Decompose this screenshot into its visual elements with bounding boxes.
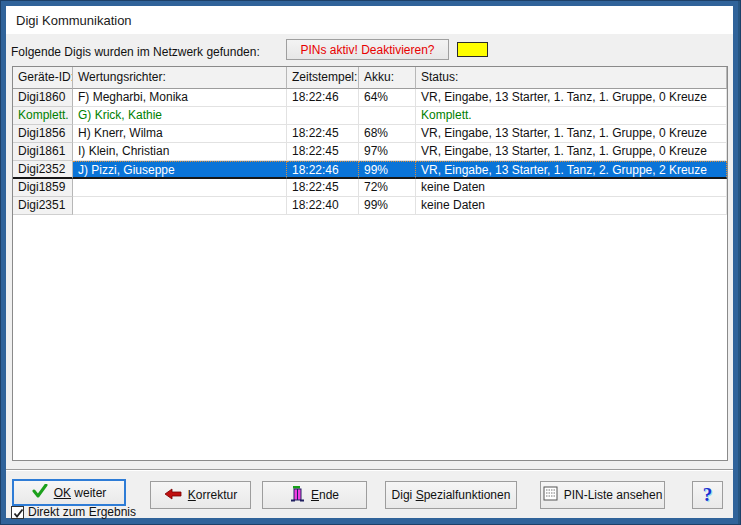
yellow-status-indicator [457, 42, 488, 57]
cell-device-id: Komplett. [13, 107, 73, 125]
cell-status: VR, Eingabe, 13 Starter, 1. Tanz, 1. Gru… [416, 125, 727, 143]
cell-status: VR, Eingabe, 13 Starter, 1. Tanz, 2. Gru… [416, 161, 727, 179]
pin-liste-button[interactable]: PIN-Liste ansehen [540, 481, 665, 509]
cell-device-id: Digi1860 [13, 89, 73, 107]
checkbox-checked-icon [11, 506, 24, 519]
digi-spezialfunktionen-button[interactable]: Digi Spezialfunktionen [385, 481, 517, 509]
info-text: Folgende Digis wurden im Netzwerk gefund… [11, 45, 260, 59]
cell-judge [73, 179, 287, 197]
cell-timestamp: 18:22:45 [287, 143, 359, 161]
arrow-left-icon [164, 488, 182, 503]
cell-device-id: Digi2352 [13, 161, 73, 179]
cell-judge [73, 197, 287, 215]
cell-judge: H) Knerr, Wilma [73, 125, 287, 143]
col-header-device-id: Geräte-ID: [13, 67, 73, 89]
cell-battery: 99% [359, 161, 416, 179]
cell-timestamp: 18:22:45 [287, 125, 359, 143]
help-button[interactable]: ? [692, 481, 723, 509]
table-header-row: Geräte-ID: Wertungsrichter: Zeitstempel:… [13, 67, 727, 89]
window-title: Digi Kommunikation [16, 13, 132, 28]
device-table: Geräte-ID: Wertungsrichter: Zeitstempel:… [12, 66, 728, 461]
col-header-timestamp: Zeitstempel: [287, 67, 359, 89]
pinliste-button-label: PIN-Liste ansehen [564, 488, 663, 502]
korrektur-button-label: Korrektur [188, 488, 237, 502]
question-mark-icon: ? [703, 484, 713, 506]
cell-judge: J) Pizzi, Giuseppe [73, 161, 287, 179]
cell-device-id: Digi1856 [13, 125, 73, 143]
korrektur-button[interactable]: Korrektur [150, 481, 251, 509]
cell-timestamp: 18:22:40 [287, 197, 359, 215]
cell-timestamp: 18:22:46 [287, 89, 359, 107]
cell-status: keine Daten [416, 197, 727, 215]
table-row[interactable]: Digi1861 I) Klein, Christian 18:22:45 97… [13, 143, 727, 161]
cell-judge: I) Klein, Christian [73, 143, 287, 161]
dialog: Digi Kommunikation Folgende Digis wurden… [6, 6, 733, 518]
checkbox-label: Direkt zum Ergebnis [28, 505, 136, 519]
col-header-status: Status: [416, 67, 727, 89]
table-row[interactable]: Digi1856 H) Knerr, Wilma 18:22:45 68% VR… [13, 125, 727, 143]
check-icon [32, 484, 48, 501]
cell-battery: 99% [359, 197, 416, 215]
window-frame: Digi Kommunikation Folgende Digis wurden… [0, 0, 741, 525]
cell-timestamp: 18:22:46 [287, 161, 359, 179]
col-header-judge: Wertungsrichter: [73, 67, 287, 89]
cell-status: VR, Eingabe, 13 Starter, 1. Tanz, 1. Gru… [416, 89, 727, 107]
cell-status: Komplett. [416, 107, 727, 125]
cell-battery [359, 107, 416, 125]
cell-status: keine Daten [416, 179, 727, 197]
cell-battery: 72% [359, 179, 416, 197]
title-bar[interactable]: Digi Kommunikation [6, 6, 733, 34]
cell-status: VR, Eingabe, 13 Starter, 1. Tanz, 1. Gru… [416, 143, 727, 161]
cell-device-id: Digi1861 [13, 143, 73, 161]
cell-device-id: Digi1859 [13, 179, 73, 197]
direct-result-checkbox[interactable]: Direkt zum Ergebnis [11, 505, 136, 519]
col-header-battery: Akku: [359, 67, 416, 89]
cell-judge: G) Krick, Kathie [73, 107, 287, 125]
cell-judge: F) Megharbi, Monika [73, 89, 287, 107]
table-row[interactable]: Digi1860 F) Megharbi, Monika 18:22:46 64… [13, 89, 727, 107]
table-row[interactable]: Komplett. G) Krick, Kathie Komplett. [13, 107, 727, 125]
footer-divider [6, 469, 733, 471]
exit-door-icon [290, 486, 305, 505]
table-row[interactable]: Digi1859 18:22:45 72% keine Daten [13, 179, 727, 197]
ok-weiter-button[interactable]: OK weiter [12, 479, 126, 506]
cell-battery: 97% [359, 143, 416, 161]
ende-button-label: Ende [311, 488, 339, 502]
table-row-selected[interactable]: Digi2352 J) Pizzi, Giuseppe 18:22:46 99%… [13, 161, 727, 179]
cell-battery: 64% [359, 89, 416, 107]
cell-timestamp: 18:22:45 [287, 179, 359, 197]
cell-battery: 68% [359, 125, 416, 143]
cell-timestamp [287, 107, 359, 125]
cell-device-id: Digi2351 [13, 197, 73, 215]
ende-button[interactable]: Ende [262, 481, 367, 509]
dialog-body: Folgende Digis wurden im Netzwerk gefund… [6, 34, 733, 518]
spezial-button-label: Digi Spezialfunktionen [392, 488, 511, 502]
list-document-icon [543, 486, 558, 504]
pins-deactivate-button[interactable]: PINs aktiv! Deaktivieren? [286, 39, 449, 60]
table-row[interactable]: Digi2351 18:22:40 99% keine Daten [13, 197, 727, 215]
ok-button-label: OK weiter [54, 486, 107, 500]
pins-button-label: PINs aktiv! Deaktivieren? [300, 43, 434, 57]
